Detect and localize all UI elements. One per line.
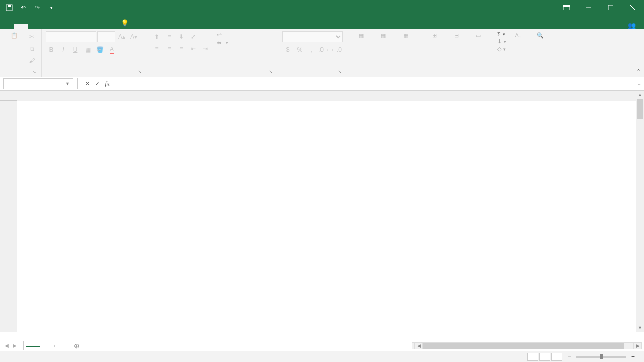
percent-icon[interactable]: % bbox=[294, 44, 305, 55]
font-color-icon[interactable]: A bbox=[106, 44, 117, 55]
fill-color-icon[interactable]: 🪣 bbox=[94, 44, 105, 55]
minimize-icon[interactable] bbox=[580, 0, 598, 15]
insert-function-icon[interactable]: fx bbox=[102, 78, 112, 89]
tab-home[interactable] bbox=[14, 24, 28, 29]
cut-icon[interactable]: ✂ bbox=[26, 31, 37, 42]
bold-icon[interactable]: B bbox=[46, 44, 57, 55]
ribbon-tabs: 💡 👥 bbox=[0, 15, 644, 29]
insert-cells-button[interactable]: ⊞ bbox=[424, 31, 444, 41]
format-cells-button[interactable]: ▭ bbox=[468, 31, 489, 41]
ribbon-display-icon[interactable] bbox=[557, 0, 576, 15]
align-middle-icon[interactable]: ≡ bbox=[164, 31, 175, 42]
paste-button[interactable]: 📋 bbox=[4, 31, 24, 41]
hscroll-right-icon[interactable]: ▶ bbox=[634, 342, 642, 349]
number-launcher[interactable]: ↘ bbox=[337, 69, 343, 75]
font-size-combo[interactable] bbox=[97, 31, 115, 42]
vscroll-thumb[interactable] bbox=[637, 99, 643, 119]
expand-formula-bar-icon[interactable]: ⌄ bbox=[635, 81, 644, 86]
decrease-indent-icon[interactable]: ⇤ bbox=[188, 43, 199, 54]
scroll-down-icon[interactable]: ▼ bbox=[636, 324, 644, 332]
clear-button[interactable]: ◇ ▾ bbox=[497, 46, 506, 52]
number-format-combo[interactable] bbox=[282, 31, 343, 42]
merge-center-button[interactable]: ⬌▾ bbox=[217, 39, 228, 46]
orientation-icon[interactable]: ⤢ bbox=[188, 31, 199, 42]
font-name-combo[interactable] bbox=[46, 31, 96, 42]
name-box[interactable]: ▼ bbox=[3, 78, 73, 89]
fill-button[interactable]: ⬇ ▾ bbox=[497, 38, 506, 45]
zoom-in-icon[interactable]: + bbox=[631, 353, 635, 360]
tab-insert[interactable] bbox=[28, 24, 42, 29]
horizontal-scrollbar[interactable] bbox=[423, 342, 634, 349]
sheet-tabs-bar: ◀ ▶ ⊕ ◀ ▶ bbox=[0, 340, 644, 351]
tab-view[interactable] bbox=[99, 24, 113, 29]
merge-icon: ⬌ bbox=[217, 39, 222, 46]
underline-icon[interactable]: U bbox=[70, 44, 81, 55]
wrap-text-button[interactable]: ↩ bbox=[217, 31, 228, 38]
page-layout-view-icon[interactable] bbox=[539, 353, 550, 361]
borders-icon[interactable]: ▦ bbox=[82, 44, 93, 55]
italic-icon[interactable]: I bbox=[58, 44, 69, 55]
sort-filter-button[interactable]: A↓ bbox=[508, 31, 528, 40]
tell-me-search[interactable]: 💡 bbox=[117, 17, 136, 29]
conditional-formatting-button[interactable]: ▦ bbox=[351, 31, 371, 41]
hscroll-thumb[interactable] bbox=[423, 343, 624, 349]
sheet-tab-2[interactable] bbox=[40, 345, 55, 347]
increase-font-icon[interactable]: A▴ bbox=[116, 31, 127, 42]
tab-data[interactable] bbox=[70, 24, 85, 29]
redo-icon[interactable]: ↷ bbox=[31, 2, 43, 14]
find-select-button[interactable]: 🔍 bbox=[530, 31, 550, 41]
decrease-decimal-icon[interactable]: ←.0 bbox=[331, 44, 342, 55]
collapse-ribbon-icon[interactable]: ⌃ bbox=[636, 68, 641, 75]
format-as-table-button[interactable]: ▦ bbox=[373, 31, 393, 41]
font-launcher[interactable]: ↘ bbox=[137, 69, 143, 75]
scroll-up-icon[interactable]: ▲ bbox=[636, 90, 644, 99]
alignment-launcher[interactable]: ↘ bbox=[268, 69, 274, 75]
table-icon: ▦ bbox=[381, 32, 386, 39]
align-right-icon[interactable]: ≡ bbox=[176, 43, 187, 54]
zoom-out-icon[interactable]: − bbox=[568, 353, 571, 360]
copy-icon[interactable]: ⧉ bbox=[26, 43, 37, 54]
save-icon[interactable] bbox=[3, 2, 15, 14]
new-sheet-icon[interactable]: ⊕ bbox=[71, 342, 83, 350]
maximize-icon[interactable] bbox=[602, 0, 620, 15]
align-top-icon[interactable]: ⬆ bbox=[151, 31, 163, 42]
align-left-icon[interactable]: ≡ bbox=[151, 43, 163, 54]
tab-review[interactable] bbox=[85, 24, 99, 29]
qat-customize-icon[interactable]: ▾ bbox=[45, 2, 57, 14]
undo-icon[interactable]: ↶ bbox=[17, 2, 29, 14]
autosum-button[interactable]: Σ ▾ bbox=[497, 31, 506, 37]
chevron-down-icon[interactable]: ▼ bbox=[65, 81, 70, 86]
tab-formulas[interactable] bbox=[56, 24, 70, 29]
accounting-icon[interactable]: $ bbox=[282, 44, 293, 55]
format-painter-icon[interactable]: 🖌 bbox=[26, 55, 37, 66]
cell-styles-button[interactable]: ▦ bbox=[395, 31, 416, 41]
page-break-view-icon[interactable] bbox=[551, 353, 562, 361]
clipboard-launcher[interactable]: ↘ bbox=[31, 69, 37, 75]
increase-indent-icon[interactable]: ⇥ bbox=[200, 43, 211, 54]
normal-view-icon[interactable] bbox=[527, 353, 538, 361]
cancel-formula-icon[interactable]: ✕ bbox=[82, 78, 92, 89]
select-all-corner[interactable] bbox=[0, 90, 17, 101]
tab-scroll-left-icon[interactable]: ◀ bbox=[3, 343, 10, 348]
increase-decimal-icon[interactable]: .0→ bbox=[318, 44, 330, 55]
sheet-tab-3[interactable] bbox=[55, 345, 69, 347]
spreadsheet-grid[interactable]: ▲ ▼ bbox=[0, 90, 644, 340]
align-bottom-icon[interactable]: ⬇ bbox=[176, 31, 187, 42]
tab-scroll-right-icon[interactable]: ▶ bbox=[11, 343, 18, 348]
paste-icon: 📋 bbox=[11, 32, 18, 39]
hscroll-left-icon[interactable]: ◀ bbox=[415, 342, 423, 349]
comma-icon[interactable]: , bbox=[306, 44, 317, 55]
tab-page-layout[interactable] bbox=[42, 24, 56, 29]
vertical-scrollbar[interactable]: ▲ ▼ bbox=[636, 90, 644, 332]
enter-formula-icon[interactable]: ✓ bbox=[92, 78, 102, 89]
svg-rect-1 bbox=[8, 5, 11, 7]
delete-icon: ⊟ bbox=[454, 32, 459, 39]
decrease-font-icon[interactable]: A▾ bbox=[128, 31, 139, 42]
sheet-tab-1[interactable] bbox=[26, 344, 40, 347]
delete-cells-button[interactable]: ⊟ bbox=[446, 31, 466, 41]
close-icon[interactable] bbox=[624, 0, 642, 15]
zoom-slider[interactable] bbox=[576, 356, 626, 358]
align-center-icon[interactable]: ≡ bbox=[164, 43, 175, 54]
sort-icon: A↓ bbox=[515, 32, 522, 38]
tab-file[interactable] bbox=[0, 24, 14, 29]
